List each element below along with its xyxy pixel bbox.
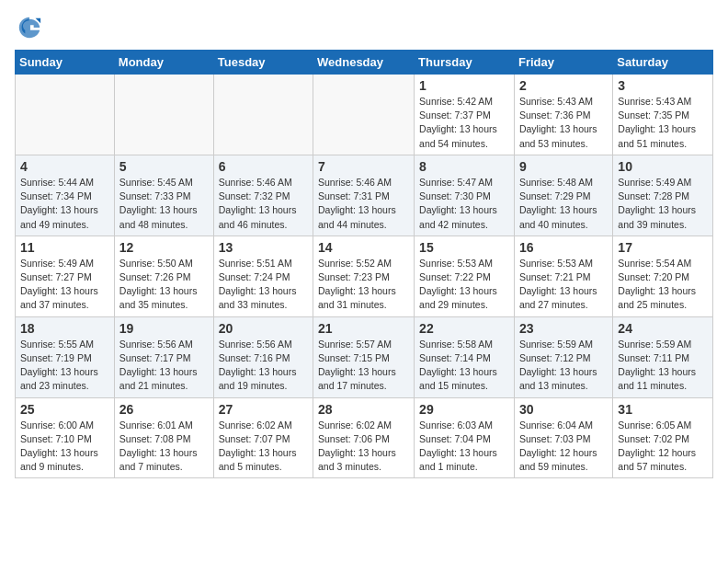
calendar-cell: 29Sunrise: 6:03 AM Sunset: 7:04 PM Dayli… bbox=[415, 397, 515, 478]
day-number: 31 bbox=[618, 402, 708, 417]
calendar-week-3: 11Sunrise: 5:49 AM Sunset: 7:27 PM Dayli… bbox=[16, 236, 713, 316]
calendar-cell: 31Sunrise: 6:05 AM Sunset: 7:02 PM Dayli… bbox=[613, 397, 713, 478]
day-info: Sunrise: 6:02 AM Sunset: 7:06 PM Dayligh… bbox=[318, 419, 409, 475]
day-info: Sunrise: 5:57 AM Sunset: 7:15 PM Dayligh… bbox=[318, 338, 409, 394]
calendar-cell: 14Sunrise: 5:52 AM Sunset: 7:23 PM Dayli… bbox=[313, 236, 415, 316]
calendar-cell: 10Sunrise: 5:49 AM Sunset: 7:28 PM Dayli… bbox=[613, 155, 713, 236]
calendar-cell: 11Sunrise: 5:49 AM Sunset: 7:27 PM Dayli… bbox=[16, 236, 115, 316]
weekday-header-tuesday: Tuesday bbox=[213, 51, 313, 75]
day-number: 12 bbox=[119, 240, 209, 255]
day-info: Sunrise: 5:59 AM Sunset: 7:12 PM Dayligh… bbox=[519, 338, 608, 394]
day-info: Sunrise: 5:46 AM Sunset: 7:31 PM Dayligh… bbox=[318, 176, 409, 232]
calendar-table: SundayMondayTuesdayWednesdayThursdayFrid… bbox=[15, 50, 713, 478]
calendar-cell: 23Sunrise: 5:59 AM Sunset: 7:12 PM Dayli… bbox=[514, 316, 612, 397]
day-number: 1 bbox=[419, 78, 509, 93]
day-info: Sunrise: 5:52 AM Sunset: 7:23 PM Dayligh… bbox=[318, 257, 409, 313]
day-number: 3 bbox=[618, 78, 708, 93]
day-number: 25 bbox=[20, 402, 109, 417]
calendar-cell: 4Sunrise: 5:44 AM Sunset: 7:34 PM Daylig… bbox=[16, 155, 115, 236]
day-info: Sunrise: 5:45 AM Sunset: 7:33 PM Dayligh… bbox=[119, 176, 209, 232]
day-number: 15 bbox=[419, 240, 509, 255]
day-info: Sunrise: 5:49 AM Sunset: 7:28 PM Dayligh… bbox=[618, 176, 708, 232]
day-info: Sunrise: 6:05 AM Sunset: 7:02 PM Dayligh… bbox=[618, 419, 708, 475]
calendar-cell: 6Sunrise: 5:46 AM Sunset: 7:32 PM Daylig… bbox=[213, 155, 313, 236]
weekday-header-friday: Friday bbox=[514, 51, 612, 75]
day-info: Sunrise: 5:58 AM Sunset: 7:14 PM Dayligh… bbox=[419, 338, 509, 394]
day-info: Sunrise: 5:49 AM Sunset: 7:27 PM Dayligh… bbox=[20, 257, 109, 313]
day-info: Sunrise: 5:53 AM Sunset: 7:21 PM Dayligh… bbox=[519, 257, 608, 313]
calendar-cell: 21Sunrise: 5:57 AM Sunset: 7:15 PM Dayli… bbox=[313, 316, 415, 397]
day-info: Sunrise: 6:04 AM Sunset: 7:03 PM Dayligh… bbox=[519, 419, 608, 475]
weekday-header-thursday: Thursday bbox=[415, 51, 515, 75]
calendar-cell: 2Sunrise: 5:43 AM Sunset: 7:36 PM Daylig… bbox=[514, 75, 612, 155]
calendar-cell: 7Sunrise: 5:46 AM Sunset: 7:31 PM Daylig… bbox=[313, 155, 415, 236]
calendar-cell: 18Sunrise: 5:55 AM Sunset: 7:19 PM Dayli… bbox=[16, 316, 115, 397]
calendar-cell bbox=[16, 75, 115, 155]
logo bbox=[15, 15, 42, 40]
day-info: Sunrise: 6:01 AM Sunset: 7:08 PM Dayligh… bbox=[119, 419, 209, 475]
calendar-cell: 3Sunrise: 5:43 AM Sunset: 7:35 PM Daylig… bbox=[613, 75, 713, 155]
day-info: Sunrise: 5:59 AM Sunset: 7:11 PM Dayligh… bbox=[618, 338, 708, 394]
day-number: 13 bbox=[219, 240, 308, 255]
day-info: Sunrise: 6:03 AM Sunset: 7:04 PM Dayligh… bbox=[419, 419, 509, 475]
day-info: Sunrise: 5:46 AM Sunset: 7:32 PM Dayligh… bbox=[219, 176, 308, 232]
day-number: 22 bbox=[419, 321, 509, 336]
day-number: 14 bbox=[318, 240, 409, 255]
day-number: 4 bbox=[20, 159, 109, 174]
day-info: Sunrise: 6:02 AM Sunset: 7:07 PM Dayligh… bbox=[219, 419, 308, 475]
day-info: Sunrise: 5:54 AM Sunset: 7:20 PM Dayligh… bbox=[618, 257, 708, 313]
calendar-cell: 16Sunrise: 5:53 AM Sunset: 7:21 PM Dayli… bbox=[514, 236, 612, 316]
logo-icon bbox=[17, 15, 42, 40]
calendar-week-5: 25Sunrise: 6:00 AM Sunset: 7:10 PM Dayli… bbox=[16, 397, 713, 478]
day-number: 29 bbox=[419, 402, 509, 417]
day-number: 27 bbox=[219, 402, 308, 417]
day-info: Sunrise: 5:43 AM Sunset: 7:36 PM Dayligh… bbox=[519, 95, 608, 151]
calendar-cell: 15Sunrise: 5:53 AM Sunset: 7:22 PM Dayli… bbox=[415, 236, 515, 316]
calendar-week-4: 18Sunrise: 5:55 AM Sunset: 7:19 PM Dayli… bbox=[16, 316, 713, 397]
day-number: 17 bbox=[618, 240, 708, 255]
day-info: Sunrise: 5:55 AM Sunset: 7:19 PM Dayligh… bbox=[20, 338, 109, 394]
day-number: 9 bbox=[519, 159, 608, 174]
weekday-header-monday: Monday bbox=[114, 51, 213, 75]
weekday-header-sunday: Sunday bbox=[16, 51, 115, 75]
day-number: 21 bbox=[318, 321, 409, 336]
calendar-cell: 25Sunrise: 6:00 AM Sunset: 7:10 PM Dayli… bbox=[16, 397, 115, 478]
calendar-cell: 17Sunrise: 5:54 AM Sunset: 7:20 PM Dayli… bbox=[613, 236, 713, 316]
day-info: Sunrise: 5:50 AM Sunset: 7:26 PM Dayligh… bbox=[119, 257, 209, 313]
day-number: 7 bbox=[318, 159, 409, 174]
day-info: Sunrise: 5:51 AM Sunset: 7:24 PM Dayligh… bbox=[219, 257, 308, 313]
day-number: 2 bbox=[519, 78, 608, 93]
calendar-cell: 28Sunrise: 6:02 AM Sunset: 7:06 PM Dayli… bbox=[313, 397, 415, 478]
weekday-header-row: SundayMondayTuesdayWednesdayThursdayFrid… bbox=[16, 51, 713, 75]
day-number: 8 bbox=[419, 159, 509, 174]
calendar-cell: 5Sunrise: 5:45 AM Sunset: 7:33 PM Daylig… bbox=[114, 155, 213, 236]
day-number: 23 bbox=[519, 321, 608, 336]
day-number: 24 bbox=[618, 321, 708, 336]
day-info: Sunrise: 5:42 AM Sunset: 7:37 PM Dayligh… bbox=[419, 95, 509, 151]
day-number: 26 bbox=[119, 402, 209, 417]
calendar-cell: 26Sunrise: 6:01 AM Sunset: 7:08 PM Dayli… bbox=[114, 397, 213, 478]
calendar-cell bbox=[213, 75, 313, 155]
calendar-cell: 12Sunrise: 5:50 AM Sunset: 7:26 PM Dayli… bbox=[114, 236, 213, 316]
calendar-cell: 8Sunrise: 5:47 AM Sunset: 7:30 PM Daylig… bbox=[415, 155, 515, 236]
day-number: 6 bbox=[219, 159, 308, 174]
day-number: 28 bbox=[318, 402, 409, 417]
calendar-cell: 22Sunrise: 5:58 AM Sunset: 7:14 PM Dayli… bbox=[415, 316, 515, 397]
calendar-cell: 9Sunrise: 5:48 AM Sunset: 7:29 PM Daylig… bbox=[514, 155, 612, 236]
calendar-week-1: 1Sunrise: 5:42 AM Sunset: 7:37 PM Daylig… bbox=[16, 75, 713, 155]
day-info: Sunrise: 5:43 AM Sunset: 7:35 PM Dayligh… bbox=[618, 95, 708, 151]
day-number: 19 bbox=[119, 321, 209, 336]
calendar-cell: 19Sunrise: 5:56 AM Sunset: 7:17 PM Dayli… bbox=[114, 316, 213, 397]
weekday-header-saturday: Saturday bbox=[613, 51, 713, 75]
day-number: 11 bbox=[20, 240, 109, 255]
calendar-cell: 20Sunrise: 5:56 AM Sunset: 7:16 PM Dayli… bbox=[213, 316, 313, 397]
day-info: Sunrise: 5:56 AM Sunset: 7:17 PM Dayligh… bbox=[119, 338, 209, 394]
calendar-cell bbox=[313, 75, 415, 155]
day-info: Sunrise: 5:47 AM Sunset: 7:30 PM Dayligh… bbox=[419, 176, 509, 232]
calendar-week-2: 4Sunrise: 5:44 AM Sunset: 7:34 PM Daylig… bbox=[16, 155, 713, 236]
weekday-header-wednesday: Wednesday bbox=[313, 51, 415, 75]
day-number: 20 bbox=[219, 321, 308, 336]
day-number: 5 bbox=[119, 159, 209, 174]
day-info: Sunrise: 5:44 AM Sunset: 7:34 PM Dayligh… bbox=[20, 176, 109, 232]
day-info: Sunrise: 5:53 AM Sunset: 7:22 PM Dayligh… bbox=[419, 257, 509, 313]
